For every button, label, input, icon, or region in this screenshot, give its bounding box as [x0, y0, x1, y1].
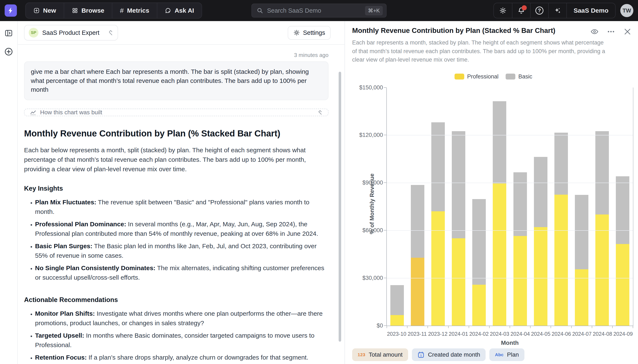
x-tick-mark: [551, 326, 551, 328]
segment-professional-2024-01[interactable]: [452, 238, 465, 326]
bar-2024-02[interactable]: [469, 88, 489, 326]
agent-name: SaaS Product Expert: [42, 29, 99, 36]
segment-professional-2024-08[interactable]: [595, 214, 609, 326]
segment-professional-2024-06[interactable]: [554, 195, 568, 326]
chat-sparkle-icon: [165, 8, 171, 14]
x-tick-mark: [448, 326, 449, 328]
new-thread-icon[interactable]: [4, 47, 14, 56]
help-button[interactable]: ?: [530, 3, 548, 18]
segment-professional-2024-09[interactable]: [616, 244, 629, 326]
global-search[interactable]: ⌘+K: [251, 4, 387, 18]
agent-settings-button[interactable]: Settings: [288, 26, 331, 40]
segment-basic-2023-12[interactable]: [431, 122, 445, 211]
ai-button[interactable]: [548, 3, 566, 18]
settings-gear-button[interactable]: [494, 3, 512, 18]
segment-professional-2023-12[interactable]: [431, 211, 445, 326]
segment-professional-2024-05[interactable]: [534, 227, 547, 326]
list-item: Targeted Upsell: In months where Basic d…: [35, 331, 329, 350]
x-tick-mark: [633, 326, 633, 328]
bar-2024-06[interactable]: [551, 88, 571, 326]
topbar-nav-metrics[interactable]: # Metrics: [112, 3, 157, 18]
agent-selector[interactable]: SP SaaS Product Expert: [24, 25, 118, 40]
bar-2023-12[interactable]: [428, 88, 448, 326]
chevron-up-down-icon: [317, 109, 323, 116]
segment-professional-2024-02[interactable]: [472, 285, 486, 326]
bar-2024-04[interactable]: [510, 88, 530, 326]
x-axis-title: Month: [386, 340, 633, 346]
y-tick-label: $150,000: [359, 84, 383, 91]
app-logo[interactable]: [5, 4, 17, 17]
chat-scrollbar[interactable]: [339, 72, 341, 342]
bar-2024-07[interactable]: [571, 88, 592, 326]
x-tick-mark: [387, 326, 387, 328]
notifications-button[interactable]: [512, 3, 530, 18]
chat-scroll-area[interactable]: 3 minutes ago give me a bar chart where …: [18, 45, 345, 364]
segment-basic-2024-06[interactable]: [554, 133, 568, 195]
x-tick-mark: [592, 326, 592, 328]
bar-2023-10[interactable]: [387, 88, 407, 326]
x-tick-mark: [612, 326, 613, 328]
legend-item-basic[interactable]: Basic: [506, 74, 532, 80]
field-tag-total-amount[interactable]: 123 Total amount: [352, 348, 408, 361]
bar-2024-08[interactable]: [592, 88, 612, 326]
x-axis-label: 2024-05: [530, 331, 551, 337]
chart-panel-description: Each bar represents a month, stacked by …: [352, 38, 634, 64]
x-tick-mark: [489, 326, 490, 328]
how-chart-built-toggle[interactable]: How this chart was built: [24, 108, 329, 116]
topbar-nav: New Browse # Metrics Ask AI: [25, 2, 202, 18]
notification-badge: [522, 5, 527, 10]
segment-professional-2024-03[interactable]: [493, 184, 506, 326]
segment-basic-2024-02[interactable]: [472, 199, 486, 285]
list-item: Retention Focus: If a plan’s share drops…: [35, 352, 329, 362]
y-tick-label: $60,000: [362, 227, 383, 234]
segment-basic-2024-05[interactable]: [534, 157, 547, 227]
bar-2024-01[interactable]: [448, 88, 469, 326]
more-options-icon[interactable]: [607, 28, 615, 36]
segment-basic-2024-01[interactable]: [452, 131, 465, 238]
collapse-sidebar-icon[interactable]: [4, 29, 13, 38]
x-axis-label: 2024-04: [510, 331, 530, 337]
chart-panel-title: Monthly Revenue Contribution by Plan (St…: [352, 26, 555, 34]
bar-2024-03[interactable]: [489, 88, 510, 326]
segment-professional-2023-11[interactable]: [411, 258, 424, 326]
segment-professional-2023-10[interactable]: [390, 315, 404, 326]
org-switcher[interactable]: SaaS Demo: [566, 3, 615, 18]
field-tag-plan[interactable]: Abc Plan: [489, 348, 524, 361]
view-eye-icon[interactable]: [590, 28, 599, 36]
plus-square-icon: [33, 8, 40, 14]
close-icon[interactable]: [623, 28, 632, 36]
calendar-icon: 1: [417, 351, 425, 358]
segment-basic-2024-04[interactable]: [513, 172, 527, 236]
segment-professional-2024-04[interactable]: [513, 236, 527, 326]
x-axis-label: 2023-11: [407, 331, 428, 337]
search-input[interactable]: [267, 7, 365, 14]
insights-list: Plan Mix Fluctuates: The revenue split b…: [24, 198, 329, 285]
y-tick-mark: [384, 135, 386, 135]
segment-basic-2023-11[interactable]: [411, 185, 424, 258]
segment-basic-2024-03[interactable]: [493, 101, 506, 184]
y-tick-label: $90,000: [362, 180, 383, 186]
x-tick-mark: [510, 326, 510, 328]
segment-basic-2024-07[interactable]: [575, 195, 588, 270]
topbar: New Browse # Metrics Ask AI ⌘+K: [0, 0, 638, 21]
topbar-nav-new[interactable]: New: [26, 3, 64, 18]
segment-basic-2024-09[interactable]: [616, 176, 629, 244]
legend-item-professional[interactable]: Professional: [455, 74, 499, 80]
user-message: give me a bar chart where Each bar repre…: [24, 61, 329, 100]
bar-2024-05[interactable]: [530, 88, 551, 326]
bar-2024-09[interactable]: [612, 88, 633, 326]
topbar-nav-browse[interactable]: Browse: [64, 3, 112, 18]
x-axis-label: 2024-03: [489, 331, 510, 337]
org-label: SaaS Demo: [574, 7, 608, 14]
svg-text:1: 1: [420, 354, 422, 357]
user-avatar[interactable]: TW: [620, 4, 633, 17]
chat-panel: SP SaaS Product Expert Settings 3 minute…: [18, 21, 345, 364]
segment-basic-2024-08[interactable]: [595, 131, 609, 214]
field-tag-created-date-month[interactable]: 1 Created date month: [412, 348, 486, 361]
chart-area: % of Monthly Revenue $150,000$120,000$90…: [352, 82, 634, 346]
search-icon: [256, 7, 263, 14]
topbar-nav-ask-ai[interactable]: Ask AI: [157, 3, 202, 18]
bar-2023-11[interactable]: [407, 88, 428, 326]
chart-panel: Monthly Revenue Contribution by Plan (St…: [345, 21, 638, 364]
segment-basic-2023-10[interactable]: [390, 285, 404, 315]
